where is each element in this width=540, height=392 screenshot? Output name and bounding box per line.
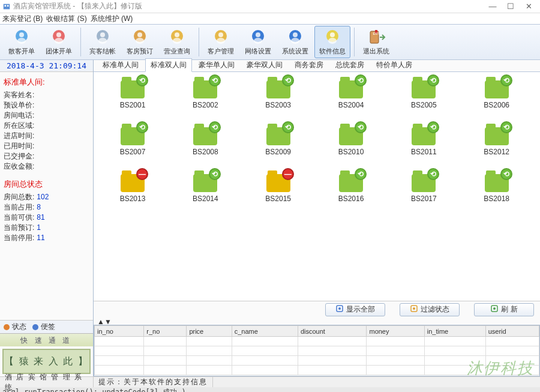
svg-point-20 (217, 38, 225, 44)
room-item[interactable]: ⟲BS2009 (245, 124, 311, 166)
summary-row: 房间总数:102 (4, 192, 89, 202)
maximize-button[interactable]: ☐ (502, 1, 520, 13)
summary-value: 81 (37, 213, 44, 222)
status-tab[interactable]: 状态 (2, 322, 26, 332)
room-item[interactable]: ⟲BS2012 (464, 124, 530, 166)
room-label: BS2016 (338, 194, 364, 203)
network-cfg-button[interactable]: 网络设置 (240, 26, 276, 58)
close-button[interactable]: ✕ (520, 1, 538, 13)
room-type-tab-5[interactable]: 总统套房 (330, 58, 370, 71)
room-type-tab-0[interactable]: 标准单人间 (97, 58, 144, 71)
room-reserve-button[interactable]: 客房预订 (122, 26, 158, 58)
toolbar-group: 散客开单团体开单 (2, 26, 78, 58)
guest-bill-label: 宾客结帐 (89, 47, 116, 56)
svg-rect-2 (7, 5, 9, 7)
system-cfg-button[interactable]: 系统设置 (277, 26, 313, 58)
column-header[interactable]: price (187, 326, 232, 337)
room-type-tab-3[interactable]: 豪华双人间 (241, 58, 288, 71)
menu-item-0[interactable]: 来宾登记 (B) (2, 14, 43, 24)
statusbar: 酒 店 宾 馆 管 理 系 统 提示： 关于本软件的支持信息 (0, 376, 540, 387)
single-open-button[interactable]: 散客开单 (4, 26, 40, 58)
summary-label: 当前预订: (4, 223, 34, 232)
room-type-tab-6[interactable]: 特价单人房 (371, 58, 418, 71)
menu-item-2[interactable]: 系统维护 (W) (91, 14, 133, 24)
exit-system-label: 退出系统 (363, 47, 389, 56)
table-row[interactable] (95, 346, 539, 356)
table-cell (298, 346, 367, 356)
note-tab[interactable]: 便签 (31, 322, 55, 332)
biz-query-button[interactable]: 营业查询 (159, 26, 195, 58)
table-row[interactable] (95, 366, 539, 375)
room-item[interactable]: ⟲BS2006 (464, 77, 530, 119)
software-info-button[interactable]: 软件信息 (314, 26, 350, 58)
column-header[interactable]: r_no (144, 326, 187, 337)
room-item[interactable]: ⟲BS2017 (391, 170, 457, 213)
room-item[interactable]: ⟲BS2016 (318, 170, 384, 213)
room-item[interactable]: —BS2013 (100, 170, 166, 213)
room-item[interactable]: ⟲BS2004 (318, 77, 384, 119)
room-type-tab-1[interactable]: 标准双人间 (145, 58, 192, 72)
room-item[interactable]: —BS2015 (245, 170, 311, 213)
summary-row: 当前停用:11 (4, 233, 89, 243)
menu-item-1[interactable]: 收银结算 (S) (46, 14, 86, 24)
room-item[interactable]: ⟲BS2001 (100, 77, 166, 119)
room-icon: — (119, 170, 146, 192)
room-icon: ⟲ (484, 77, 510, 98)
column-header[interactable]: in_time (424, 326, 485, 337)
toolbar: 散客开单团体开单宾客结帐客房预订营业查询客户管理网络设置系统设置软件信息EXIT… (0, 24, 540, 60)
column-header[interactable]: discount (298, 326, 367, 337)
table-row[interactable] (95, 337, 539, 346)
table-cell (95, 346, 144, 356)
group-open-icon (49, 28, 69, 46)
table-cell (298, 356, 367, 366)
room-item[interactable]: ⟲BS2005 (391, 77, 457, 119)
column-header[interactable]: c_name (232, 326, 298, 337)
minimize-button[interactable]: — (484, 1, 502, 13)
room-item[interactable]: ⟲BS2011 (391, 124, 457, 166)
exit-system-button[interactable]: EXIT退出系统 (358, 26, 394, 58)
available-icon: ⟲ (427, 168, 439, 180)
customer-mgmt-button[interactable]: 客户管理 (203, 26, 239, 58)
room-type-tabs: 标准单人间标准双人间豪华单人间豪华双人间商务套房总统套房特价单人房 (94, 60, 540, 72)
room-icon: ⟲ (265, 77, 292, 98)
room-item[interactable]: ⟲BS2002 (172, 77, 238, 119)
filter-status-button[interactable]: 过滤状态 (400, 303, 460, 316)
room-item[interactable]: ⟲BS2018 (464, 170, 530, 213)
guest-bill-button[interactable]: 宾客结帐 (85, 26, 121, 58)
room-grid: ⟲BS2001⟲BS2002⟲BS2003⟲BS2004⟲BS2005⟲BS20… (94, 72, 540, 301)
room-item[interactable]: ⟲BS2007 (100, 124, 166, 166)
table-cell (485, 337, 539, 346)
room-item[interactable]: ⟲BS2010 (318, 124, 384, 166)
room-icon: ⟲ (338, 170, 364, 192)
room-icon: ⟲ (484, 124, 510, 145)
column-header[interactable]: userid (485, 326, 539, 337)
room-icon: ⟲ (410, 124, 437, 145)
column-header[interactable]: in_no (95, 326, 144, 337)
refresh-label: 刷 新 (501, 304, 517, 315)
guest-info-row: 所在区域: (4, 121, 89, 131)
room-type-tab-4[interactable]: 商务套房 (289, 58, 329, 71)
room-reserve-icon (130, 28, 150, 46)
group-open-button[interactable]: 团体开单 (41, 26, 77, 58)
svg-point-16 (175, 32, 179, 37)
room-label: BS2003 (265, 101, 291, 109)
quick-channel-button[interactable]: 【 猿 来 入 此 】 (2, 349, 91, 374)
room-item[interactable]: ⟲BS2014 (172, 170, 238, 213)
column-header[interactable]: money (367, 326, 424, 337)
table-cell (187, 346, 232, 356)
table-cell (95, 337, 144, 346)
refresh-button[interactable]: 刷 新 (474, 303, 534, 316)
room-icon: — (265, 170, 292, 192)
table-row[interactable] (95, 356, 539, 366)
expand-handle[interactable]: ▲▼ (94, 318, 540, 325)
table-cell (424, 346, 485, 356)
data-grid: in_nor_nopricec_namediscountmoneyin_time… (94, 325, 540, 376)
table-cell (144, 337, 187, 346)
show-all-button[interactable]: 显示全部 (325, 303, 385, 316)
room-item[interactable]: ⟲BS2008 (172, 124, 238, 166)
biz-query-icon (167, 28, 187, 46)
left-panel: 2018-4-3 21:09:14 标准单人间: 宾客姓名:预设单价:房间电话:… (0, 60, 94, 376)
room-item[interactable]: ⟲BS2003 (245, 77, 311, 119)
guest-info-row: 宾客姓名: (4, 90, 89, 100)
room-type-tab-2[interactable]: 豪华单人间 (193, 58, 240, 71)
